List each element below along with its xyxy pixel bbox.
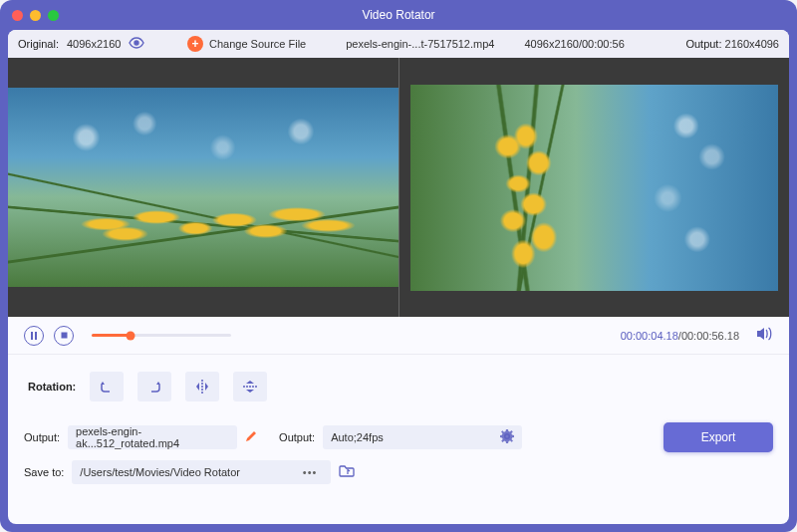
rotated-video-frame [410,85,778,291]
output-preset-field[interactable]: Auto;24fps [323,425,522,449]
time-display: 00:00:04.18/00:00:56.18 [621,330,739,342]
change-source-button[interactable]: + Change Source File [187,36,306,52]
output-filename-field[interactable]: pexels-engin-ak...512_rotated.mp4 [68,425,237,449]
seek-fill [92,334,131,337]
save-row: Save to: /Users/test/Movies/Video Rotato… [8,456,789,494]
app-window: Video Rotator Original: 4096x2160 + Chan… [0,0,797,532]
original-label: Original: [18,38,59,50]
settings-icon[interactable] [500,429,514,446]
pause-button[interactable] [24,326,44,346]
preview-toggle-icon[interactable] [129,36,144,52]
output-file-label: Output: [24,431,60,443]
info-bar: Original: 4096x2160 + Change Source File… [8,30,789,58]
current-time: 00:00:04.18 [621,330,678,342]
seek-knob[interactable] [127,331,135,340]
svg-rect-2 [35,332,37,340]
app-title: Video Rotator [0,8,797,22]
change-source-label: Change Source File [209,38,306,50]
flip-horizontal-button[interactable] [185,372,219,401]
total-time: /00:00:56.18 [678,330,739,342]
plus-icon: + [187,36,203,52]
save-path-field[interactable]: /Users/test/Movies/Video Rotator ••• [72,460,331,484]
rotate-left-button[interactable] [90,372,124,401]
original-video-frame [8,88,398,287]
output-preset-label: Output: [279,431,315,443]
titlebar: Video Rotator [0,0,797,30]
rotation-label: Rotation: [28,381,76,393]
source-filename: pexels-engin-...t-7517512.mp4 [346,38,494,50]
output-res-label: Output: [685,38,721,50]
preview-original [8,58,398,317]
export-button[interactable]: Export [664,422,773,452]
preview-area [8,58,789,317]
rotation-controls: Rotation: [8,355,789,418]
output-row: Output: pexels-engin-ak...512_rotated.mp… [8,418,789,456]
svg-rect-3 [61,333,67,339]
save-to-label: Save to: [24,466,64,478]
content-area: Original: 4096x2160 + Change Source File… [8,30,789,524]
output-resolution: 2160x4096 [725,38,779,50]
svg-rect-1 [31,332,33,340]
svg-point-0 [134,41,138,45]
seek-slider[interactable] [92,334,231,337]
preview-rotated [398,58,790,317]
original-resolution: 4096x2160 [67,38,121,50]
rotate-right-button[interactable] [137,372,171,401]
browse-dots-icon[interactable]: ••• [297,466,324,478]
playback-controls: 00:00:04.18/00:00:56.18 [8,317,789,355]
open-folder-icon[interactable] [339,464,355,481]
source-info: 4096x2160/00:00:56 [524,38,624,50]
stop-button[interactable] [54,326,74,346]
flip-vertical-button[interactable] [233,372,267,401]
volume-icon[interactable] [757,327,773,344]
edit-filename-icon[interactable] [245,430,257,445]
